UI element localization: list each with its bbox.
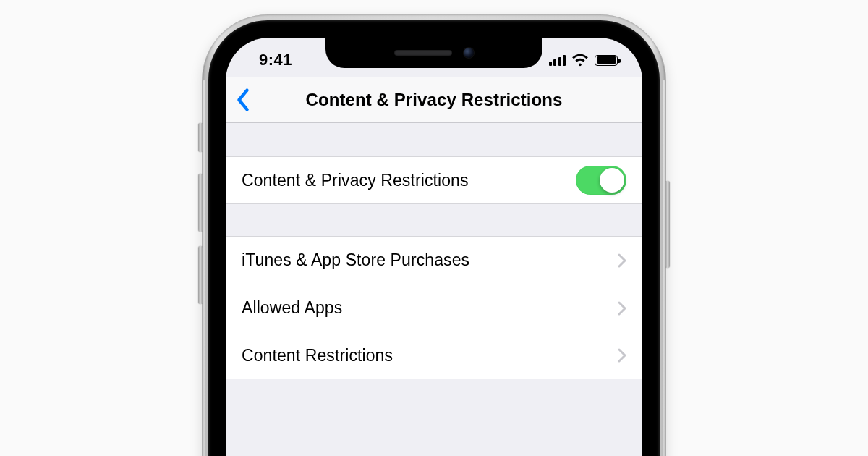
- chevron-right-icon: [618, 301, 626, 316]
- side-button-volume-down: [198, 246, 203, 304]
- notch: [326, 38, 542, 68]
- battery-icon: [595, 55, 618, 66]
- section-spacer: [226, 123, 642, 156]
- chevron-right-icon: [618, 348, 626, 363]
- toggle-section: Content & Privacy Restrictions: [226, 156, 642, 204]
- content-privacy-toggle-row[interactable]: Content & Privacy Restrictions: [226, 156, 642, 204]
- side-button-power: [665, 181, 670, 268]
- wifi-icon: [571, 54, 589, 67]
- side-button-volume-up: [198, 174, 203, 232]
- allowed-apps-row[interactable]: Allowed Apps: [226, 284, 642, 332]
- itunes-appstore-purchases-row[interactable]: iTunes & App Store Purchases: [226, 236, 642, 284]
- chevron-right-icon: [618, 253, 626, 268]
- status-time: 9:41: [246, 51, 292, 69]
- content-privacy-switch[interactable]: [576, 166, 626, 195]
- toggle-label: Content & Privacy Restrictions: [242, 171, 469, 190]
- cellular-icon: [549, 54, 566, 66]
- content-restrictions-row[interactable]: Content Restrictions: [226, 332, 642, 379]
- row-label: Allowed Apps: [242, 298, 342, 318]
- options-section: iTunes & App Store Purchases Allowed App…: [226, 236, 642, 379]
- page-title: Content & Privacy Restrictions: [305, 90, 562, 110]
- side-button-silence: [198, 123, 203, 152]
- section-spacer: [226, 204, 642, 236]
- row-label: Content Restrictions: [242, 346, 393, 366]
- nav-header: Content & Privacy Restrictions: [226, 77, 642, 123]
- bezel: 9:41: [208, 20, 660, 456]
- row-label: iTunes & App Store Purchases: [242, 250, 469, 270]
- front-camera: [464, 48, 474, 58]
- screen: 9:41: [226, 38, 642, 456]
- back-button[interactable]: [236, 88, 250, 112]
- iphone-frame: 9:41: [203, 14, 665, 456]
- earpiece-speaker: [394, 50, 452, 56]
- status-icons: [549, 54, 623, 67]
- switch-knob: [600, 168, 624, 193]
